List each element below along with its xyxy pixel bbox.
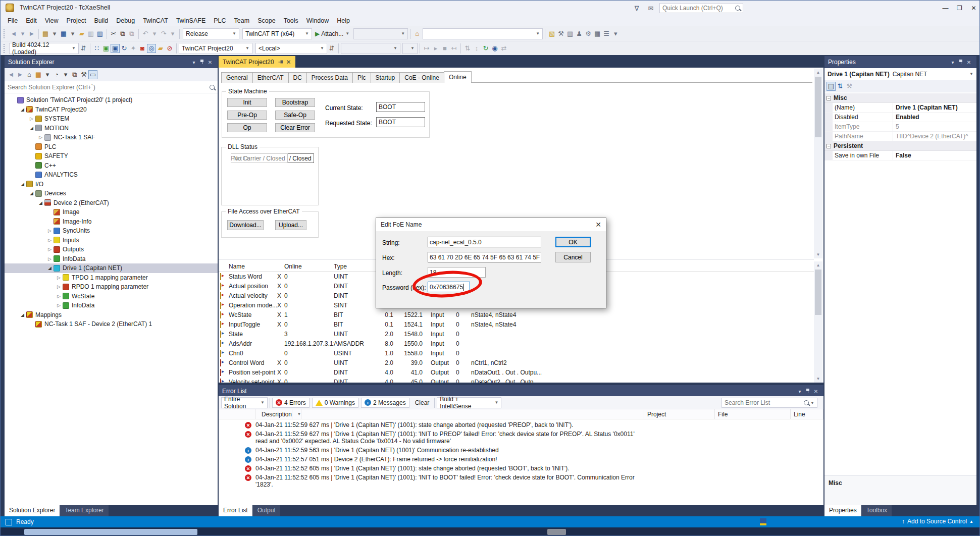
- bottom-tab[interactable]: Solution Explorer: [5, 505, 60, 516]
- toolbar-grip[interactable]: [4, 44, 7, 53]
- twisty-icon[interactable]: [55, 294, 63, 299]
- errors-filter-button[interactable]: ✕4 Errors: [272, 398, 310, 408]
- tree-item[interactable]: NC-Task 1 SAF - Device 2 (EtherCAT) 1: [5, 319, 218, 329]
- build-intellisense-combo[interactable]: Build + IntelliSense▼: [437, 397, 501, 408]
- redo-icon[interactable]: ↷: [159, 29, 168, 38]
- device-subtab[interactable]: Process Data: [306, 72, 353, 83]
- twisty-icon[interactable]: [28, 126, 35, 131]
- pin-icon[interactable]: [804, 388, 812, 395]
- menu-item[interactable]: Help: [333, 16, 354, 25]
- error-row[interactable]: ✕ 04-Jan-21 11:52:59 627 ms | 'Drive 1 (…: [219, 420, 823, 430]
- new-project-dropdown[interactable]: ▾: [50, 29, 59, 38]
- ok-button[interactable]: OK: [555, 237, 591, 247]
- close-button[interactable]: ✕: [967, 1, 980, 16]
- editor-vscrollbar[interactable]: ▲ ▼: [814, 69, 822, 258]
- device-subtab[interactable]: Plc: [352, 72, 371, 83]
- col-name[interactable]: Name: [229, 263, 277, 270]
- warnings-filter-button[interactable]: 0 Warnings: [312, 398, 358, 408]
- col-file[interactable]: File: [715, 409, 791, 419]
- menu-item[interactable]: PLC: [210, 16, 230, 25]
- tree-item[interactable]: NC-Task 1 SAF: [5, 133, 218, 142]
- alphabetical-icon[interactable]: ⇅: [836, 82, 845, 91]
- package-icon[interactable]: ▧: [547, 29, 556, 38]
- se-back-icon[interactable]: ◄: [7, 70, 16, 79]
- add-item-dropdown[interactable]: ▾: [68, 29, 77, 38]
- menu-item[interactable]: Edit: [22, 16, 41, 25]
- variable-row[interactable]: State 3 UINT 2.0 1548.0 Input 0: [219, 329, 814, 339]
- property-row[interactable]: ItemType 5: [824, 122, 976, 132]
- twisty-icon[interactable]: [19, 107, 26, 112]
- swap-icon[interactable]: ⇅: [463, 44, 472, 53]
- scope-dropdown[interactable]: ▾: [43, 70, 52, 79]
- tree-item[interactable]: InfoData: [5, 254, 218, 264]
- chevron-down-icon[interactable]: ▾: [796, 389, 804, 394]
- twisty-icon[interactable]: [55, 284, 63, 289]
- target-order-icon[interactable]: ⇵: [327, 44, 336, 53]
- variable-row[interactable]: WcState X 1 BIT 0.1 1522.1 Input 0 nStat…: [219, 310, 814, 319]
- bottom-tab[interactable]: Toolbox: [862, 505, 892, 516]
- empty-combo[interactable]: ▼: [341, 43, 400, 54]
- menu-item[interactable]: Scope: [253, 16, 279, 25]
- property-row[interactable]: (Name) Drive 1 (Capitan NET): [824, 103, 976, 113]
- close-icon[interactable]: ✕: [206, 60, 214, 65]
- restart-icon[interactable]: ↻: [481, 44, 490, 53]
- empty-mini-combo[interactable]: ▼: [402, 43, 418, 54]
- pending-dropdown[interactable]: ▾: [61, 70, 70, 79]
- error-row[interactable]: i 04-Jan-21 11:52:57 051 ms | Device 2 (…: [219, 455, 823, 464]
- build-version-combo[interactable]: Build 4024.12 (Loaded)▼: [9, 43, 79, 54]
- solution-platform-combo[interactable]: TwinCAT RT (x64)▼: [242, 28, 312, 39]
- error-scope-combo[interactable]: Entire Solution▼: [221, 397, 268, 408]
- more-dropdown[interactable]: ▾: [611, 29, 620, 38]
- tree-item[interactable]: TPDO 1 mapping parameter: [5, 273, 218, 283]
- tree-item[interactable]: SAFETY: [5, 151, 218, 161]
- new-project-icon[interactable]: ▤: [41, 29, 50, 38]
- grid-vscrollbar[interactable]: ▲ ▼: [814, 261, 822, 383]
- twisty-icon[interactable]: [46, 228, 54, 233]
- sync-with-active-icon[interactable]: ⧉: [70, 70, 79, 79]
- copy-icon[interactable]: ⧉: [118, 29, 127, 38]
- messages-filter-button[interactable]: i2 Messages: [361, 398, 409, 408]
- col-online[interactable]: Online: [284, 263, 334, 270]
- tools-icon[interactable]: ⚒: [556, 29, 565, 38]
- bottom-tab[interactable]: Error List: [219, 505, 252, 516]
- close-icon[interactable]: ✕: [812, 389, 820, 394]
- tree-item[interactable]: Device 2 (EtherCAT): [5, 198, 218, 208]
- requested-state-field[interactable]: BOOT: [376, 117, 425, 127]
- clear-button[interactable]: Clear: [412, 399, 433, 406]
- variable-row[interactable]: Chn0 0 USINT 1.0 1558.0 Input 0: [219, 348, 814, 358]
- categorized-icon[interactable]: ▤: [827, 82, 836, 91]
- green-box-icon[interactable]: ▣: [101, 44, 111, 53]
- redo-dropdown[interactable]: ▾: [168, 29, 177, 38]
- property-row[interactable]: PathName TIID^Device 2 (EtherCAT)^: [824, 132, 976, 141]
- state-button[interactable]: Safe-Op: [275, 111, 315, 120]
- tree-item[interactable]: Devices: [5, 189, 218, 198]
- tree-item[interactable]: SyncUnits: [5, 226, 218, 236]
- device-subtab[interactable]: CoE - Online: [399, 72, 444, 83]
- step-into-icon[interactable]: ↦: [422, 44, 431, 53]
- twisty-icon[interactable]: [19, 312, 26, 317]
- scope-icon[interactable]: ▦: [34, 70, 43, 79]
- twisty-icon[interactable]: [37, 200, 44, 205]
- twisty-icon[interactable]: [19, 182, 26, 187]
- tree-item[interactable]: Inputs: [5, 236, 218, 245]
- board-icon[interactable]: ▦: [593, 29, 602, 38]
- link-icon[interactable]: ∷: [92, 44, 101, 53]
- menu-item[interactable]: Tools: [280, 16, 302, 25]
- tree-item[interactable]: Solution 'TwinCAT Project20' (1 project): [5, 95, 218, 105]
- state-button[interactable]: Pre-Op: [227, 111, 267, 120]
- send-feedback-icon[interactable]: ✉: [646, 4, 656, 13]
- bottom-tab[interactable]: Properties: [824, 505, 861, 516]
- chevron-down-icon[interactable]: ▾: [190, 60, 198, 65]
- add-to-source-control[interactable]: ↑ Add to Source Control ▲: [902, 518, 973, 525]
- twisty-icon[interactable]: [55, 303, 63, 308]
- blue-box-icon[interactable]: ▣: [111, 44, 120, 53]
- category-misc[interactable]: −Misc: [824, 93, 976, 103]
- step-out-icon[interactable]: ↤: [449, 44, 458, 53]
- state-button[interactable]: Clear Error: [275, 123, 315, 132]
- menu-item[interactable]: TwinCAT: [139, 16, 172, 25]
- tree-item[interactable]: Mappings: [5, 310, 218, 320]
- upload-button[interactable]: Upload...: [275, 220, 306, 230]
- chevron-down-icon[interactable]: ▾: [949, 60, 957, 65]
- error-row[interactable]: ✕ 04-Jan-21 11:52:52 605 ms | 'Drive 1 (…: [219, 473, 823, 489]
- target-system-combo[interactable]: <Local>▼: [255, 43, 327, 54]
